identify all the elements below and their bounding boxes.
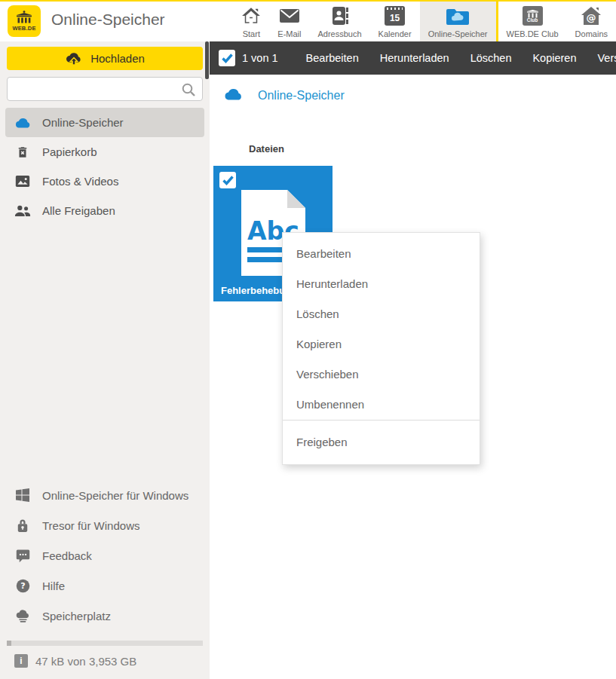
club-icon: Club	[523, 5, 543, 27]
search-icon[interactable]	[181, 82, 196, 100]
people-icon	[14, 205, 31, 217]
nav-label: E-Mail	[277, 29, 301, 38]
home-icon	[241, 5, 261, 27]
info-icon: i	[14, 654, 28, 668]
nav-item-kalender[interactable]: 15 Kalender	[370, 0, 420, 41]
domains-icon: @	[581, 5, 602, 27]
nav-label: Kalender	[378, 29, 412, 38]
context-menu-item-herunterladen[interactable]: Herunterladen	[283, 269, 480, 299]
context-menu-item-verschieben[interactable]: Verschieben	[283, 359, 480, 390]
photo-icon	[14, 175, 31, 188]
upload-button[interactable]: Hochladen	[7, 47, 203, 70]
page-title: Online-Speicher	[51, 11, 165, 29]
storage-text: 47 kB von 3,953 GB	[35, 655, 136, 668]
sidebar-footer-label: Tresor für Windows	[42, 519, 139, 532]
toolbar-action-verschieben[interactable]: Verschieben	[587, 41, 616, 75]
selection-toolbar: 1 von 1 Bearbeiten Herunterladen Löschen…	[210, 41, 616, 75]
contacts-icon	[330, 5, 350, 27]
context-menu-item-umbenennen[interactable]: Umbenennen	[283, 390, 480, 420]
cloud-folder-icon	[446, 5, 469, 27]
files-section-title: Dateien	[249, 143, 284, 154]
sidebar-item-papierkorb[interactable]: Papierkorb	[5, 137, 204, 167]
webde-logo[interactable]: WEB.DE	[8, 5, 41, 37]
storage-summary: i 47 kB von 3,953 GB	[0, 653, 210, 679]
breadcrumb-label: Online-Speicher	[258, 89, 345, 102]
toolbar-action-kopieren[interactable]: Kopieren	[522, 41, 587, 75]
lock-icon	[14, 518, 31, 533]
nav-label: Adressbuch	[318, 29, 362, 38]
nav-item-email[interactable]: E-Mail	[269, 0, 309, 41]
feedback-bubble-icon	[14, 549, 31, 563]
selection-count: 1 von 1	[242, 52, 278, 64]
club-icon-text: Club	[527, 18, 538, 23]
sidebar-item-label: Fotos & Videos	[42, 175, 118, 188]
brand-text: WEB.DE	[12, 25, 35, 32]
context-menu-item-loeschen[interactable]: Löschen	[283, 299, 480, 329]
app-header: WEB.DE Online-Speicher Start E-Mail	[0, 0, 616, 41]
svg-text:?: ?	[20, 581, 25, 591]
select-all-checkbox[interactable]	[219, 50, 235, 66]
help-icon: ?	[14, 579, 31, 593]
sidebar-footer-label: Hilfe	[42, 580, 65, 592]
cloud-icon	[223, 87, 243, 103]
nav-label: Online-Speicher	[428, 29, 488, 38]
sidebar-footer-label: Feedback	[42, 549, 92, 562]
sidebar-folder-list: Online-Speicher Papierkorb Fotos & Video…	[0, 108, 210, 225]
sidebar-scrollbar[interactable]	[205, 41, 209, 79]
mail-icon	[279, 5, 300, 27]
cloud-storage-icon	[14, 610, 31, 622]
toolbar-action-bearbeiten[interactable]: Bearbeiten	[296, 41, 369, 75]
nav-label: Start	[243, 29, 260, 38]
nav-label: WEB.DE Club	[507, 29, 559, 38]
content-area: Online-Speicher Dateien Abc Fehlerbehebu…	[210, 75, 616, 679]
nav-item-adressbuch[interactable]: Adressbuch	[310, 0, 370, 41]
nav-item-online-speicher[interactable]: Online-Speicher	[420, 0, 496, 41]
sidebar-item-hilfe[interactable]: ? Hilfe	[0, 570, 210, 601]
nav-item-webde-club[interactable]: Club WEB.DE Club	[498, 0, 567, 41]
context-menu: Bearbeiten Herunterladen Löschen Kopiere…	[282, 232, 480, 465]
context-menu-item-freigeben[interactable]: Freigeben	[283, 421, 480, 464]
sidebar-item-speicherplatz[interactable]: Speicherplatz	[0, 601, 210, 631]
sidebar: Hochladen Online-Speicher Papierkorb Fot…	[0, 41, 210, 679]
top-navigation: Start E-Mail Adressbuch 15 Kale	[233, 0, 616, 41]
nav-item-start[interactable]: Start	[233, 0, 269, 41]
sidebar-item-label: Papierkorb	[42, 145, 97, 158]
sidebar-item-online-speicher[interactable]: Online-Speicher	[5, 108, 204, 137]
storage-usage-fill	[7, 641, 11, 646]
cloud-icon	[14, 117, 31, 128]
checkmark-icon	[222, 176, 234, 185]
calendar-icon: 15	[385, 5, 405, 27]
sidebar-footer-label: Speicherplatz	[42, 610, 111, 622]
context-menu-item-kopieren[interactable]: Kopieren	[283, 329, 480, 359]
nav-item-domains[interactable]: @ Domains	[567, 0, 616, 41]
cloud-upload-icon	[65, 51, 83, 66]
context-menu-item-bearbeiten[interactable]: Bearbeiten	[283, 239, 480, 269]
sidebar-item-label: Alle Freigaben	[42, 204, 115, 217]
nav-label: Domains	[575, 29, 608, 38]
trash-icon	[14, 145, 31, 160]
storage-usage-bar	[7, 641, 203, 646]
sidebar-item-feedback[interactable]: Feedback	[0, 540, 210, 570]
top-accent-line	[0, 0, 616, 2]
calendar-day-number: 15	[390, 11, 400, 26]
svg-text:@: @	[587, 12, 596, 23]
breadcrumb[interactable]: Online-Speicher	[223, 87, 345, 103]
sidebar-item-label: Online-Speicher	[42, 116, 124, 129]
sidebar-item-alle-freigaben[interactable]: Alle Freigaben	[5, 196, 204, 225]
sidebar-item-speicher-fuer-windows[interactable]: Online-Speicher für Windows	[0, 480, 210, 510]
sidebar-item-fotos-videos[interactable]: Fotos & Videos	[5, 167, 204, 196]
windows-icon	[14, 488, 31, 502]
upload-button-label: Hochladen	[90, 52, 145, 65]
toolbar-action-loeschen[interactable]: Löschen	[460, 41, 523, 75]
sidebar-footer: Online-Speicher für Windows Tresor für W…	[0, 480, 210, 679]
search-input[interactable]	[8, 78, 202, 100]
sidebar-footer-label: Online-Speicher für Windows	[42, 489, 188, 502]
brandenburg-gate-icon	[15, 11, 33, 24]
file-checkbox[interactable]	[219, 172, 236, 188]
sidebar-item-tresor-fuer-windows[interactable]: Tresor für Windows	[0, 510, 210, 540]
toolbar-action-herunterladen[interactable]: Herunterladen	[369, 41, 460, 75]
search-box	[7, 77, 203, 101]
checkmark-icon	[222, 54, 233, 63]
